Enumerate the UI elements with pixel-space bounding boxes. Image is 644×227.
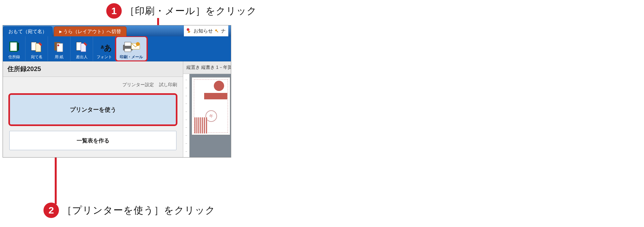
ribbon-addressee[interactable]: 宛て名 bbox=[25, 36, 48, 61]
tab-front-address[interactable]: おもて（宛て名） bbox=[3, 26, 52, 36]
tab-strip: おもて（宛て名） うら（レイアウト）へ切替 ! お知らせ ↖ ナ bbox=[3, 25, 231, 36]
font-icon: ぁあ bbox=[98, 40, 111, 53]
ribbon-font[interactable]: ぁあ フォント bbox=[93, 36, 116, 61]
addressee-icon bbox=[30, 40, 43, 53]
svg-text:あ: あ bbox=[104, 43, 111, 52]
preview-canvas-area: ––––– ––––– 年 bbox=[183, 74, 231, 157]
svg-point-18 bbox=[136, 42, 140, 46]
make-list-button[interactable]: 一覧表を作る bbox=[9, 131, 176, 150]
notice-label[interactable]: お知らせ bbox=[194, 28, 213, 34]
ribbon-paper[interactable]: 用 紙 bbox=[48, 36, 71, 61]
ribbon-label: 用 紙 bbox=[55, 54, 63, 60]
app-window: おもて（宛て名） うら（レイアウト）へ切替 ! お知らせ ↖ ナ 住所録 宛て名 bbox=[3, 25, 231, 158]
paper-icon bbox=[52, 40, 66, 53]
svg-rect-15 bbox=[125, 42, 131, 46]
ribbon-label: 住所録 bbox=[8, 54, 20, 60]
card-sun-graphic bbox=[214, 81, 224, 91]
address-book-icon bbox=[7, 40, 21, 53]
app-body: 住所録2025 プリンター設定 試し印刷 プリンターを使う 一覧表を作る 縦置き… bbox=[3, 61, 231, 157]
vertical-ruler: ––––– ––––– bbox=[183, 74, 190, 157]
svg-point-9 bbox=[57, 44, 59, 46]
print-mail-icon bbox=[122, 40, 141, 53]
tab-switch-to-back[interactable]: うら（レイアウト）へ切替 bbox=[54, 26, 127, 36]
callout-2-leader-line bbox=[55, 154, 57, 204]
card-red-bar-graphic bbox=[204, 93, 227, 99]
preview-panel: 縦置き 縦書き 1－年賀 ––––– ––––– 年 bbox=[183, 61, 231, 157]
callout-step-1: 1 ［印刷・メール］をクリック bbox=[106, 3, 257, 19]
svg-rect-16 bbox=[125, 49, 131, 52]
ribbon-print-mail[interactable]: 印刷・メール bbox=[116, 36, 147, 61]
nav-fragment: ナ bbox=[221, 28, 226, 34]
callout-text-2: ［プリンターを使う］をクリック bbox=[62, 204, 215, 217]
preview-title: 縦置き 縦書き 1－年賀 bbox=[183, 61, 231, 74]
svg-rect-4 bbox=[18, 43, 19, 50]
callout-text-1: ［印刷・メール］をクリック bbox=[125, 5, 257, 18]
left-panel: 住所録2025 プリンター設定 試し印刷 プリンターを使う 一覧表を作る bbox=[3, 61, 183, 157]
ribbon-label: フォント bbox=[97, 54, 112, 60]
callout-step-2: 2 ［プリンターを使う］をクリック bbox=[43, 203, 215, 218]
use-printer-button[interactable]: プリンターを使う bbox=[9, 94, 176, 125]
ribbon-sender[interactable]: 差出人 bbox=[71, 36, 93, 61]
nengajo-card-preview[interactable]: 年 bbox=[192, 77, 230, 135]
svg-rect-3 bbox=[10, 42, 17, 51]
ribbon-toolbar: 住所録 宛て名 用 紙 差出人 ぁあ フォント bbox=[3, 36, 231, 61]
link-printer-settings[interactable]: プリンター設定 bbox=[122, 82, 154, 88]
callout-badge-2: 2 bbox=[43, 203, 59, 218]
card-stripe-graphic bbox=[194, 117, 207, 133]
ribbon-label: 印刷・メール bbox=[120, 54, 143, 60]
callout-badge-1: 1 bbox=[106, 3, 122, 19]
sender-icon bbox=[75, 40, 89, 53]
link-test-print[interactable]: 試し印刷 bbox=[159, 82, 177, 88]
panel-sub-links: プリンター設定 試し印刷 bbox=[3, 77, 183, 90]
ribbon-address-book[interactable]: 住所録 bbox=[3, 36, 25, 61]
big-buttons: プリンターを使う 一覧表を作る bbox=[3, 90, 183, 155]
header-right-area: ! お知らせ ↖ ナ bbox=[184, 25, 228, 36]
notice-alert-icon: ! bbox=[186, 28, 192, 33]
panel-title: 住所録2025 bbox=[3, 61, 183, 77]
nav-arrow-icon: ↖ bbox=[215, 28, 219, 34]
ribbon-label: 差出人 bbox=[76, 54, 88, 60]
ribbon-label: 宛て名 bbox=[31, 54, 43, 60]
